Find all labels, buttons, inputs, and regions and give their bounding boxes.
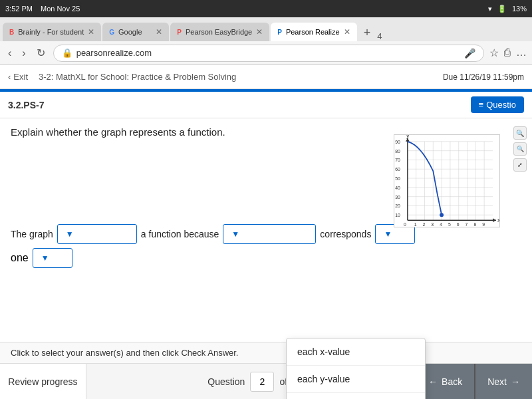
svg-text:4: 4 (440, 222, 442, 227)
status-bar: 3:52 PM Mon Nov 25 ▾ 🔋 13% (0, 0, 532, 17)
tab-realize[interactable]: P Pearson Realize ✕ (271, 23, 356, 41)
svg-text:0: 0 (404, 222, 406, 227)
exit-label: Exit (13, 72, 28, 82)
breadcrumb: 3-2: MathXL for School: Practice & Probl… (39, 72, 236, 82)
answer-row2: one ▼ (11, 248, 521, 268)
mic-icon: 🎤 (464, 48, 475, 59)
chevron-left-icon: ‹ (8, 72, 11, 82)
next-arrow-icon: → (511, 376, 520, 387)
status-date: Mon Nov 25 (41, 5, 80, 13)
tab-google[interactable]: G Google ✕ (102, 23, 169, 41)
status-time: 3:52 PM (5, 5, 33, 13)
question-label: Question (207, 376, 245, 387)
svg-text:6: 6 (457, 222, 460, 227)
svg-marker-20 (493, 218, 496, 222)
more-icon[interactable]: … (516, 47, 527, 59)
tab-brainly[interactable]: B Brainly - For student ✕ (3, 23, 101, 41)
dropdown-option-y-value-that[interactable]: there is a y-value that (287, 393, 425, 399)
svg-text:2: 2 (423, 222, 426, 227)
url-text: pearsonrealize.com (76, 48, 152, 58)
dropdown-number-arrow: ▼ (384, 229, 392, 239)
info-bar: Click to select your answer(s) and then … (0, 342, 532, 363)
tab-close-easybridge[interactable]: ✕ (256, 27, 263, 37)
svg-text:50: 50 (395, 176, 400, 181)
url-bar[interactable]: 🔒 pearsonrealize.com 🎤 (53, 45, 484, 62)
app-header: ‹ Exit 3-2: MathXL for School: Practice … (0, 65, 532, 89)
tab-label-realize: Pearson Realize (286, 28, 340, 36)
review-progress-button[interactable]: Review progress (0, 364, 86, 399)
battery-icon: 🔋 (497, 5, 507, 13)
dropdown-one-arrow: ▼ (41, 253, 49, 263)
bookmark-icon[interactable]: ☆ (489, 47, 499, 59)
expand-button[interactable]: ⤢ (513, 158, 527, 172)
svg-point-43 (440, 213, 444, 217)
svg-text:20: 20 (395, 203, 400, 208)
forward-nav-button[interactable]: › (19, 46, 28, 61)
question-list-label: Questio (486, 100, 516, 110)
wifi-icon: ▾ (488, 5, 492, 13)
dropdown-option-each-x[interactable]: each x-value (287, 338, 425, 366)
graph-container: x y 90 80 70 60 50 40 30 20 10 1 2 3 4 5… (394, 134, 500, 227)
svg-text:60: 60 (395, 167, 400, 172)
tab-close-realize[interactable]: ✕ (344, 27, 350, 37)
list-icon: ≡ (479, 100, 484, 110)
tab-close-brainly[interactable]: ✕ (88, 27, 94, 37)
answer-prefix: The graph (11, 229, 53, 239)
back-nav-button[interactable]: ‹ (5, 46, 14, 61)
svg-text:x: x (497, 217, 499, 223)
question-header: 3.2.PS-7 ≡ Questio (0, 92, 532, 118)
svg-text:70: 70 (395, 158, 400, 162)
answer-suffix: corresponds (320, 229, 371, 239)
back-arrow-icon: ← (428, 376, 438, 387)
next-button[interactable]: Next → (475, 364, 532, 399)
tab-close-google[interactable]: ✕ (156, 27, 162, 37)
dropdown-graph-type-arrow: ▼ (66, 229, 74, 239)
back-label: Back (442, 376, 462, 387)
battery-percent: 13% (512, 5, 527, 13)
dropdown-graph-type[interactable]: ▼ (57, 224, 137, 244)
svg-text:80: 80 (395, 149, 400, 154)
due-date: Due 11/26/19 11:59pm (443, 72, 524, 82)
tab-easybridge[interactable]: P Pearson EasyBridge ✕ (170, 23, 269, 41)
address-bar: ‹ › ↻ 🔒 pearsonrealize.com 🎤 ☆ ⎙ … (0, 41, 532, 65)
new-tab-button[interactable]: + (361, 25, 374, 41)
tab-label-easybridge: Pearson EasyBridge (186, 28, 252, 36)
dropdown-option-each-y[interactable]: each y-value (287, 366, 425, 393)
tab-favicon-easybridge: P (177, 29, 182, 36)
svg-text:y: y (406, 135, 410, 139)
tab-favicon-brainly: B (9, 29, 14, 36)
graph-svg: x y 90 80 70 60 50 40 30 20 10 1 2 3 4 5… (394, 135, 499, 227)
tabs-bar: B Brainly - For student ✕ G Google ✕ P P… (0, 17, 532, 41)
svg-text:1: 1 (414, 222, 417, 227)
svg-text:10: 10 (395, 213, 400, 217)
next-label: Next (487, 376, 507, 387)
exit-button[interactable]: ‹ Exit (8, 72, 28, 82)
zoom-in-button[interactable]: 🔍 (513, 126, 527, 140)
question-number-input[interactable] (250, 372, 274, 392)
svg-text:40: 40 (395, 186, 400, 190)
tab-favicon-google: G (109, 29, 114, 36)
refresh-button[interactable]: ↻ (34, 45, 48, 61)
svg-text:30: 30 (395, 195, 400, 200)
zoom-out-button[interactable]: 🔍 (513, 142, 527, 156)
share-icon[interactable]: ⎙ (504, 47, 511, 59)
answer-one-label: one (11, 252, 29, 264)
svg-text:90: 90 (395, 140, 400, 144)
question-list-button[interactable]: ≡ Questio (471, 96, 524, 113)
svg-text:3: 3 (431, 222, 434, 227)
question-id: 3.2.PS-7 (8, 100, 44, 110)
tab-count: 4 (377, 31, 382, 41)
tab-favicon-realize: P (277, 29, 282, 36)
review-progress-label: Review progress (8, 376, 77, 387)
svg-text:5: 5 (448, 222, 451, 227)
dropdown-reason[interactable]: ▼ (223, 224, 316, 244)
tab-label-brainly: Brainly - For student (18, 28, 84, 36)
bottom-toolbar: Review progress Question of 8 ← Back Nex… (0, 363, 532, 399)
svg-text:9: 9 (482, 222, 485, 227)
svg-text:7: 7 (466, 222, 468, 227)
dropdown-one-value[interactable]: ▼ (33, 248, 72, 268)
tab-label-google: Google (118, 28, 142, 36)
info-text: Click to select your answer(s) and then … (11, 348, 238, 358)
dropdown-popup: each x-value each y-value there is a y-v… (286, 338, 426, 399)
svg-text:8: 8 (473, 222, 476, 227)
